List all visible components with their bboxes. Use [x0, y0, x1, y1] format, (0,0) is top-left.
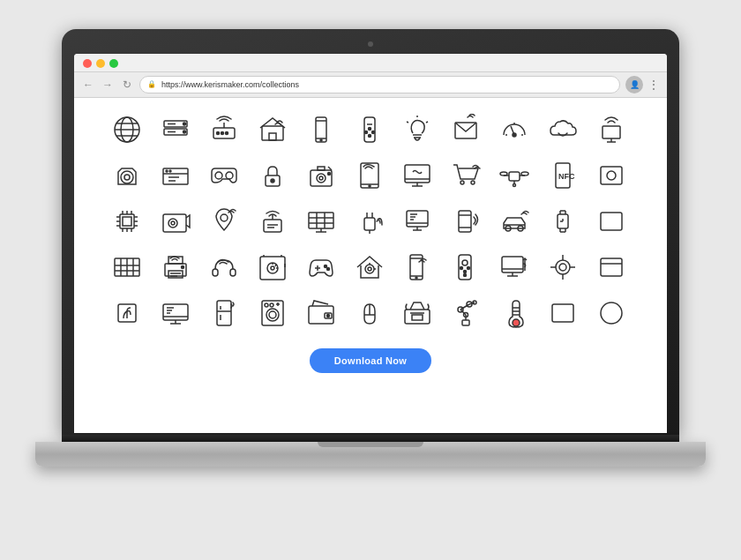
svg-point-46 — [166, 170, 168, 172]
icon-smart-display — [396, 200, 438, 243]
svg-text:NFC: NFC — [558, 172, 575, 181]
svg-point-7 — [183, 123, 185, 125]
svg-rect-108 — [364, 218, 375, 230]
svg-rect-119 — [459, 211, 471, 232]
forward-button[interactable]: → — [101, 78, 115, 92]
icon-drone — [493, 154, 535, 197]
svg-rect-176 — [502, 257, 523, 273]
icon-tv-remote — [445, 246, 487, 288]
svg-point-202 — [266, 309, 279, 321]
icon-grid: NFC — [106, 108, 635, 334]
laptop-hinge — [62, 435, 679, 442]
icon-server — [154, 108, 197, 151]
svg-point-225 — [513, 319, 520, 326]
icon-nfc: NFC — [542, 154, 584, 197]
icon-water-pipe — [542, 246, 584, 288]
icon-headphones — [203, 246, 245, 288]
svg-point-78 — [607, 171, 616, 180]
svg-rect-142 — [168, 271, 183, 278]
icon-bulb — [396, 108, 438, 151]
camera — [368, 41, 373, 47]
svg-point-50 — [215, 172, 222, 179]
icon-smart-car — [493, 200, 535, 243]
lock-icon: 🔒 — [147, 80, 156, 88]
svg-rect-57 — [318, 167, 325, 170]
close-button[interactable] — [83, 59, 92, 68]
traffic-lights — [83, 59, 118, 68]
trackpad-notch — [318, 442, 423, 447]
svg-point-42 — [121, 171, 133, 183]
svg-point-35 — [513, 133, 516, 137]
refresh-button[interactable]: ↻ — [120, 78, 134, 92]
svg-point-204 — [265, 303, 268, 307]
svg-point-53 — [271, 179, 274, 183]
icon-wifi-signal — [590, 108, 632, 151]
icon-tablet — [348, 154, 391, 197]
svg-point-47 — [169, 170, 171, 172]
icon-cloud — [542, 108, 584, 151]
download-button[interactable]: Download Now — [310, 348, 431, 373]
icon-placeholder2 — [590, 200, 632, 243]
svg-point-74 — [513, 183, 516, 186]
laptop-base — [35, 442, 706, 467]
icon-globe — [106, 108, 148, 151]
icon-phone-iot — [396, 246, 438, 288]
icon-placeholder1 — [590, 154, 632, 197]
browser-toolbar: ← → ↻ 🔒 https://www.kerismaker.com/colle… — [74, 71, 667, 97]
icon-router2 — [251, 200, 294, 243]
fullscreen-button[interactable] — [109, 59, 118, 68]
svg-point-95 — [171, 221, 175, 225]
svg-point-210 — [326, 314, 329, 317]
address-bar[interactable]: 🔒 https://www.kerismaker.com/collections — [139, 76, 620, 93]
menu-button[interactable]: ⋮ — [648, 78, 660, 91]
svg-point-8 — [183, 131, 185, 133]
profile-icon[interactable]: 👤 — [625, 76, 643, 93]
svg-point-163 — [368, 267, 371, 271]
svg-point-171 — [462, 260, 468, 265]
icon-smartphone — [300, 108, 342, 151]
svg-rect-17 — [269, 133, 276, 140]
svg-point-66 — [460, 181, 464, 184]
svg-point-61 — [369, 185, 370, 187]
svg-point-172 — [460, 266, 463, 269]
svg-point-51 — [226, 172, 233, 179]
icon-washing-machine — [251, 292, 294, 334]
icon-computer — [154, 292, 197, 334]
screen: ← → ↻ 🔒 https://www.kerismaker.com/colle… — [74, 54, 667, 433]
svg-rect-186 — [601, 258, 622, 276]
svg-point-21 — [320, 139, 322, 141]
svg-rect-190 — [163, 304, 188, 320]
icon-camera — [106, 154, 148, 197]
icon-mouse — [348, 292, 391, 334]
icon-3d-printer — [396, 292, 438, 334]
icon-monitor2 — [493, 246, 535, 288]
browser-chrome: ← → ↻ 🔒 https://www.kerismaker.com/colle… — [74, 54, 667, 98]
svg-point-181 — [559, 264, 566, 271]
minimize-button[interactable] — [96, 59, 105, 68]
back-button[interactable]: ← — [81, 78, 95, 92]
svg-point-55 — [317, 174, 326, 183]
icon-thermometer — [493, 292, 535, 334]
svg-point-160 — [324, 265, 326, 267]
svg-point-174 — [464, 270, 467, 273]
svg-point-43 — [124, 175, 130, 180]
svg-point-24 — [368, 127, 370, 130]
svg-point-25 — [364, 131, 367, 133]
icon-gamepad — [300, 246, 342, 288]
svg-point-205 — [270, 303, 273, 307]
svg-rect-68 — [509, 172, 520, 181]
svg-point-56 — [319, 176, 323, 180]
svg-point-72 — [521, 172, 528, 175]
svg-rect-80 — [123, 217, 131, 226]
svg-rect-62 — [405, 165, 430, 183]
svg-line-32 — [426, 122, 428, 123]
svg-rect-213 — [405, 310, 430, 324]
svg-rect-101 — [309, 213, 333, 228]
svg-point-71 — [500, 172, 507, 175]
svg-point-151 — [271, 266, 274, 270]
icon-smart-home2 — [348, 246, 391, 288]
icon-network-device — [154, 154, 197, 197]
svg-point-14 — [221, 131, 223, 134]
icon-placeholder5 — [590, 292, 632, 334]
icon-vr-headset — [203, 154, 245, 197]
